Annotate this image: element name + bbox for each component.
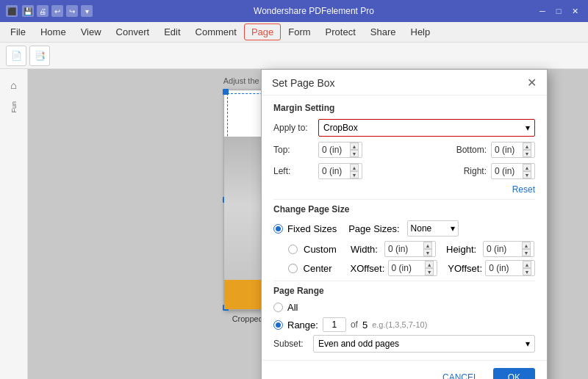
bottom-value: 0 (in): [495, 145, 521, 155]
sidebar: ⌂ Fun: [0, 69, 28, 379]
close-button[interactable]: ✕: [567, 4, 582, 18]
yoffset-value: 0 (in): [489, 263, 521, 273]
menu-comment[interactable]: Comment: [188, 24, 244, 40]
print-icon[interactable]: 🖨: [37, 5, 49, 17]
toolbar: 📄 📑: [0, 43, 588, 69]
menu-file[interactable]: File: [3, 24, 33, 40]
custom-row: Custom Width: 0 (in) ▲ ▼ Height: 0 (in) …: [288, 241, 535, 257]
xoffset-spin-down[interactable]: ▼: [425, 268, 434, 275]
yoffset-spin-down[interactable]: ▼: [523, 268, 531, 275]
width-spinners: ▲ ▼: [423, 242, 432, 256]
bottom-input[interactable]: 0 (in) ▲ ▼: [491, 142, 535, 158]
top-spin-up[interactable]: ▲: [350, 142, 359, 150]
xoffset-value: 0 (in): [392, 263, 424, 273]
bottom-spin-up[interactable]: ▲: [523, 142, 531, 150]
right-spin-up[interactable]: ▲: [523, 164, 531, 171]
redo-icon[interactable]: ↪: [66, 5, 78, 17]
page-sizes-arrow: ▾: [451, 223, 455, 234]
menu-page[interactable]: Page: [244, 24, 281, 40]
maximize-button[interactable]: □: [551, 4, 566, 18]
all-row: All: [273, 302, 535, 313]
menu-view[interactable]: View: [74, 24, 109, 40]
sidebar-home-icon[interactable]: ⌂: [4, 75, 24, 95]
height-input[interactable]: 0 (in) ▲ ▼: [483, 241, 534, 257]
left-spin-down[interactable]: ▼: [350, 171, 359, 178]
width-label: Width:: [351, 244, 380, 255]
menu-help[interactable]: Help: [404, 24, 438, 40]
apply-to-arrow: ▾: [526, 123, 530, 133]
apply-to-label: Apply to:: [273, 123, 314, 133]
range-label: Range:: [287, 320, 318, 331]
left-input[interactable]: 0 (in) ▲ ▼: [318, 163, 362, 179]
top-label: Top:: [273, 145, 314, 155]
minimize-button[interactable]: ─: [535, 4, 550, 18]
menu-share[interactable]: Share: [363, 24, 404, 40]
right-value: 0 (in): [495, 166, 521, 176]
range-radio[interactable]: [273, 320, 283, 330]
left-spin-up[interactable]: ▲: [350, 164, 359, 171]
apply-to-row: Apply to: CropBox ▾: [273, 119, 535, 137]
right-input[interactable]: 0 (in) ▲ ▼: [491, 163, 535, 179]
width-spin-down[interactable]: ▼: [423, 249, 432, 256]
center-radio[interactable]: [288, 264, 298, 273]
range-row: Range: of 5 e.g.(1,3,5,7-10): [273, 317, 535, 332]
custom-radio[interactable]: [288, 245, 298, 254]
top-value: 0 (in): [322, 145, 348, 155]
width-input[interactable]: 0 (in) ▲ ▼: [384, 241, 436, 257]
range-input[interactable]: [323, 317, 346, 332]
menu-home[interactable]: Home: [33, 24, 74, 40]
divider-1: [273, 199, 535, 200]
yoffset-spinners: ▲ ▼: [523, 261, 531, 275]
bottom-spin-down[interactable]: ▼: [523, 150, 531, 157]
all-radio[interactable]: [273, 303, 283, 312]
fixed-sizes-radio-dot: [276, 226, 281, 231]
top-input[interactable]: 0 (in) ▲ ▼: [318, 142, 362, 158]
margin-section-title: Margin Setting: [273, 103, 535, 113]
height-value: 0 (in): [487, 244, 520, 254]
menu-protect[interactable]: Protect: [318, 24, 363, 40]
cancel-button[interactable]: CANCEL: [434, 368, 487, 379]
height-spin-down[interactable]: ▼: [522, 249, 531, 256]
page-range-section: Page Range All Range: of 5 e.g.(1,3,5,7-…: [273, 286, 535, 353]
page-sizes-select[interactable]: None ▾: [407, 220, 459, 237]
ok-button[interactable]: OK: [493, 368, 535, 379]
app-title: Wondershare PDFelement Pro: [93, 6, 535, 16]
fixed-sizes-row: Fixed Sizes Page Sizes: None ▾: [273, 220, 535, 237]
apply-to-select[interactable]: CropBox ▾: [318, 119, 535, 137]
height-spin-up[interactable]: ▲: [522, 242, 531, 249]
menu-form[interactable]: Form: [281, 24, 318, 40]
menu-edit[interactable]: Edit: [157, 24, 187, 40]
xoffset-spin-up[interactable]: ▲: [425, 261, 434, 268]
left-value: 0 (in): [322, 166, 348, 176]
quick-access-toolbar: 💾 🖨 ↩ ↪ ▾: [22, 5, 93, 17]
toolbar-btn-2[interactable]: 📑: [29, 46, 50, 66]
all-label: All: [287, 302, 298, 313]
handle-tl[interactable]: [223, 89, 229, 95]
right-spin-down[interactable]: ▼: [523, 171, 531, 178]
set-page-box-dialog: Set Page Box ✕ Margin Setting Apply to: …: [261, 69, 548, 379]
reset-link[interactable]: Reset: [273, 184, 535, 195]
xoffset-input[interactable]: 0 (in) ▲ ▼: [388, 260, 438, 276]
menubar: File Home View Convert Edit Comment Page…: [0, 22, 588, 43]
dialog-close-button[interactable]: ✕: [527, 77, 537, 89]
top-spin-down[interactable]: ▼: [350, 150, 359, 157]
page-sizes-value: None: [411, 223, 432, 234]
xoffset-label: XOffset:: [351, 263, 384, 274]
height-label: Height:: [446, 244, 478, 255]
customize-icon[interactable]: ▾: [81, 5, 93, 17]
toolbar-btn-1[interactable]: 📄: [6, 46, 26, 66]
fixed-sizes-radio[interactable]: [273, 224, 283, 234]
change-size-section-title: Change Page Size: [273, 204, 535, 214]
yoffset-spin-up[interactable]: ▲: [523, 261, 531, 268]
range-of: of: [351, 320, 358, 330]
yoffset-input[interactable]: 0 (in) ▲ ▼: [485, 260, 535, 276]
subset-select[interactable]: Even and odd pages ▾: [313, 335, 535, 353]
dialog-body: Margin Setting Apply to: CropBox ▾ Top: …: [262, 95, 547, 360]
save-icon[interactable]: 💾: [22, 5, 34, 17]
menu-convert[interactable]: Convert: [109, 24, 157, 40]
top-bottom-row: Top: 0 (in) ▲ ▼ Bottom: 0 (in) ▲ ▼: [273, 142, 535, 158]
dialog-footer: CANCEL OK: [262, 360, 547, 379]
range-radio-dot: [276, 322, 281, 328]
undo-icon[interactable]: ↩: [51, 5, 63, 17]
width-spin-up[interactable]: ▲: [423, 242, 432, 249]
